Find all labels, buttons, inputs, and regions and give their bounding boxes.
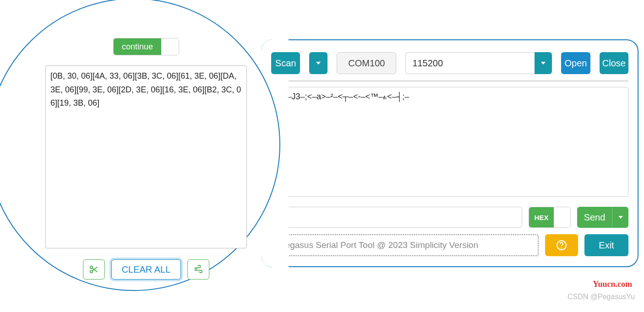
exit-button[interactable]: Exit — [584, 234, 628, 256]
baud-rate-input[interactable] — [405, 52, 535, 74]
watermark-author: CSDN @PegasusYu — [568, 293, 635, 301]
continue-toggle[interactable]: continue — [113, 38, 179, 55]
continue-label: continue — [114, 38, 161, 55]
hex-toggle-track — [554, 207, 570, 227]
send-input[interactable] — [271, 207, 522, 228]
svg-point-0 — [90, 266, 93, 269]
divider — [271, 81, 628, 81]
com-port-display: COM100 — [337, 52, 396, 74]
serial-panel: Scan COM100 Open Close ♂0–J3–;<–a>–²–<┬–… — [261, 39, 639, 267]
wind-button[interactable] — [187, 259, 209, 280]
circle-panel: continue [0B, 30, 06][4A, 33, 06][3B, 3C… — [0, 0, 280, 291]
close-button[interactable]: Close — [600, 52, 628, 74]
svg-point-5 — [561, 247, 562, 248]
watermark-site: Yuucn.com — [593, 280, 632, 289]
help-button[interactable] — [545, 234, 578, 256]
port-dropdown-button[interactable] — [309, 52, 327, 74]
baud-dropdown-button[interactable] — [535, 52, 552, 74]
wind-icon — [193, 264, 203, 274]
scan-button[interactable]: Scan — [271, 52, 300, 74]
receive-output: ♂0–J3–;<–a>–²–<┬–<-–<™–₼<–┤;– — [271, 87, 628, 197]
cut-button[interactable] — [83, 259, 105, 280]
open-button[interactable]: Open — [561, 52, 590, 74]
svg-point-1 — [90, 270, 93, 273]
send-button[interactable]: Send — [577, 207, 612, 228]
continue-toggle-track — [161, 38, 179, 55]
clear-all-button[interactable]: CLEAR ALL — [111, 259, 181, 280]
scissors-icon — [89, 264, 99, 274]
send-dropdown-button[interactable] — [612, 207, 628, 228]
hex-toggle[interactable]: HEX — [529, 207, 571, 228]
question-icon — [556, 240, 567, 251]
hex-label: HEX — [529, 207, 554, 227]
footer-info: Pegasus Serial Port Tool @ 2023 Simplici… — [271, 234, 539, 256]
log-output: [0B, 30, 06][4A, 33, 06][3B, 3C, 06][61,… — [45, 65, 247, 248]
